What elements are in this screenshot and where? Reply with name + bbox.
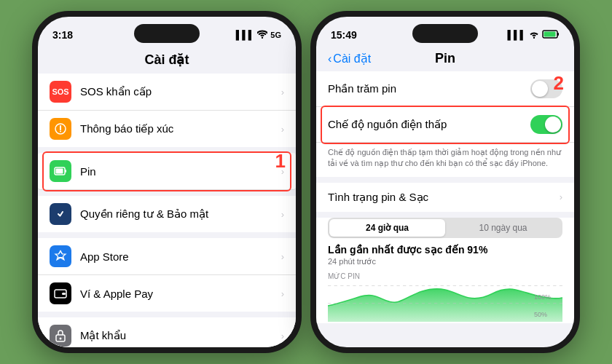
right-phone: 15:49 ▌▌▌ ‹ Cài đặt Pin 2: [310, 11, 580, 353]
svg-rect-7: [62, 293, 66, 295]
chart-tab-24h[interactable]: 24 giờ qua: [329, 219, 445, 237]
section-privacy: Quyền riêng tư & Bảo mật ›: [38, 196, 296, 232]
password-chevron: ›: [281, 331, 284, 341]
left-nav-title: Cài đặt: [38, 49, 296, 74]
section-1: SOS SOS khẩn cấp › Thông báo tiếp xúc ›: [38, 74, 296, 147]
appstore-chevron: ›: [281, 251, 284, 262]
time-right: 15:49: [331, 29, 357, 41]
settings-item-privacy[interactable]: Quyền riêng tư & Bảo mật ›: [38, 196, 296, 232]
sos-icon: SOS: [50, 81, 71, 103]
svg-rect-14: [557, 33, 559, 36]
chart-tabs: 24 giờ qua 10 ngày qua: [328, 218, 562, 238]
signal-icon: ▌▌▌: [236, 30, 255, 40]
svg-rect-13: [544, 31, 556, 36]
svg-rect-4: [56, 169, 63, 174]
back-button[interactable]: ‹ Cài đặt: [328, 52, 371, 66]
time-left: 3:18: [52, 29, 73, 41]
wifi-icon: [257, 30, 267, 41]
chart-area: MỨC PIN: [316, 272, 574, 323]
password-icon: [50, 325, 71, 347]
chart-100: 100%: [534, 293, 551, 301]
battery-icon-right: [542, 30, 560, 41]
battery-status-label: Tình trạng pin & Sạc: [328, 191, 560, 204]
battery-status-row[interactable]: Tình trạng pin & Sạc ›: [316, 183, 574, 212]
wallet-chevron: ›: [281, 288, 284, 299]
section-apps: App Store › Ví & Apple Pay ›: [38, 238, 296, 312]
settings-item-battery[interactable]: Pin ›: [38, 153, 296, 190]
battery-status-section: Tình trạng pin & Sạc ›: [316, 183, 574, 212]
notify-label: Thông báo tiếp xúc: [80, 122, 281, 135]
section-more: Mật khẩu › Mail ›: [38, 317, 296, 347]
toggle-knob-on: [545, 116, 561, 132]
battery-chart: [328, 282, 562, 322]
phones-container: 3:18 ▌▌▌ 5G Cài đặt SOS SOS khẩn cấp ›: [32, 11, 580, 353]
dynamic-island-right: [412, 24, 478, 43]
chart-y-label: MỨC PIN: [328, 272, 562, 280]
battery-status-chevron: ›: [560, 191, 562, 202]
settings-item-sos[interactable]: SOS SOS khẩn cấp ›: [38, 74, 296, 111]
sos-label: SOS khẩn cấp: [80, 85, 281, 98]
status-icons-right: ▌▌▌: [507, 30, 560, 41]
sos-chevron: ›: [281, 87, 284, 98]
chart-subtitle: 24 phút trước: [316, 257, 574, 272]
notify-icon: [50, 118, 71, 140]
wifi-icon-right: [529, 30, 539, 41]
badge-1: 1: [275, 150, 286, 173]
svg-point-9: [60, 338, 62, 340]
appstore-icon: [50, 245, 71, 267]
chart-percent-labels: 100% 50%: [534, 293, 551, 318]
settings-item-wallet[interactable]: Ví & Apple Pay ›: [38, 275, 296, 312]
chart-section: 24 giờ qua 10 ngày qua Lần gần nhất được…: [316, 218, 574, 323]
notify-chevron: ›: [281, 124, 284, 135]
battery-icon: [50, 160, 71, 182]
pin-section: Phần trăm pin Chế độ nguồn điện thấp: [316, 71, 574, 177]
password-label: Mật khẩu: [80, 329, 281, 342]
che-do-label: Chế độ nguồn điện thấp: [328, 118, 530, 131]
svg-point-2: [60, 131, 61, 132]
battery-status-left: 5G: [270, 31, 281, 39]
che-do-toggle[interactable]: [530, 115, 562, 134]
privacy-icon: [50, 203, 71, 225]
settings-list: SOS SOS khẩn cấp › Thông báo tiếp xúc ›: [38, 74, 296, 347]
signal-icon-right: ▌▌▌: [507, 30, 526, 40]
chart-tab-10d[interactable]: 10 ngày qua: [445, 219, 561, 237]
wallet-label: Ví & Apple Pay: [80, 288, 281, 300]
che-do-container: Chế độ nguồn điện thấp: [316, 107, 574, 143]
back-chevron-icon: ‹: [328, 52, 332, 66]
appstore-label: App Store: [80, 250, 281, 263]
right-nav-title: Pin: [435, 51, 455, 66]
right-phone-content: ‹ Cài đặt Pin 2 Phần trăm pin: [316, 49, 574, 347]
pin-description: Chế độ nguồn điện thấp tạm thời giảm hoạ…: [316, 143, 574, 177]
settings-item-password[interactable]: Mật khẩu ›: [38, 317, 296, 347]
privacy-chevron: ›: [281, 209, 284, 220]
left-phone: 3:18 ▌▌▌ 5G Cài đặt SOS SOS khẩn cấp ›: [32, 11, 302, 353]
status-icons-left: ▌▌▌ 5G: [236, 30, 281, 41]
che-do-row[interactable]: Chế độ nguồn điện thấp: [316, 107, 574, 143]
phan-tram-pin-row[interactable]: Phần trăm pin: [316, 71, 574, 107]
svg-rect-5: [65, 170, 66, 173]
settings-item-notify[interactable]: Thông báo tiếp xúc ›: [38, 111, 296, 147]
left-phone-content: Cài đặt SOS SOS khẩn cấp › Thông báo ti: [38, 49, 296, 347]
badge-2: 2: [554, 72, 564, 95]
settings-item-appstore[interactable]: App Store ›: [38, 238, 296, 275]
dynamic-island-left: [134, 24, 200, 43]
right-nav: ‹ Cài đặt Pin 2: [316, 49, 574, 71]
phan-tram-pin-label: Phần trăm pin: [328, 82, 530, 95]
chart-title: Lần gần nhất được sạc đến 91%: [316, 244, 574, 257]
chart-50: 50%: [534, 311, 551, 318]
battery-label: Pin: [80, 165, 281, 178]
wallet-icon: [50, 282, 71, 304]
toggle-knob-off: [532, 81, 548, 97]
section-battery: Pin › 1: [38, 153, 296, 190]
back-label: Cài đặt: [333, 52, 371, 66]
privacy-label: Quyền riêng tư & Bảo mật: [80, 207, 281, 221]
